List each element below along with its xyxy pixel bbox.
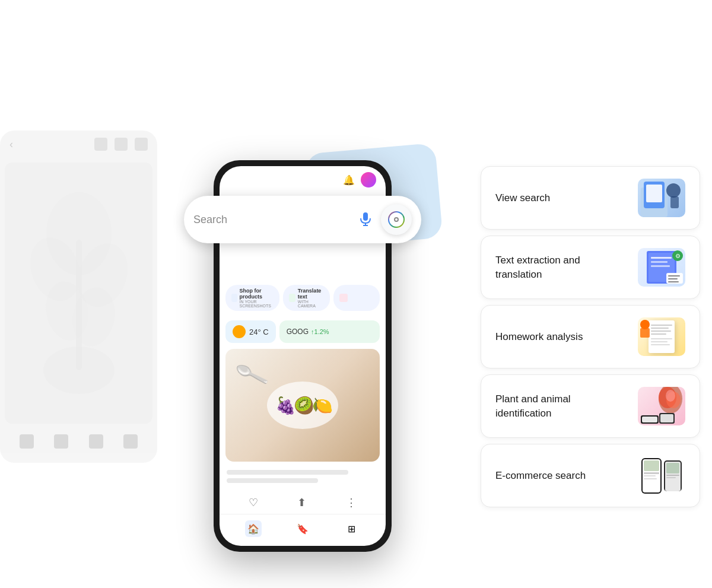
svg-rect-43 xyxy=(644,472,659,474)
svg-rect-47 xyxy=(666,475,679,476)
home-nav-icon[interactable]: 🏠 xyxy=(245,520,262,537)
text-extraction-label: Text extraction and translation xyxy=(495,253,614,282)
text-extraction-illustration: ⚙ xyxy=(638,248,685,287)
svg-rect-30 xyxy=(651,341,668,342)
svg-point-36 xyxy=(666,390,675,402)
phone-food-image: 🥄 🍇🥝🍋 xyxy=(225,349,380,462)
delete-icon xyxy=(123,434,138,449)
shop-chip-label: Shop for products xyxy=(240,288,274,300)
translate-chip[interactable]: Translate text WITH CAMERA xyxy=(283,285,329,311)
right-panel: View search Text extraction and translat… xyxy=(481,166,700,507)
phone-info-row: 24° C GOOG ↑1.2% xyxy=(220,318,386,345)
search-bar: Search xyxy=(184,196,421,243)
ecommerce-phone-1 xyxy=(641,458,662,494)
spoon-decor: 🥄 xyxy=(233,357,271,393)
svg-rect-17 xyxy=(651,257,672,259)
ecommerce-phone-2-svg xyxy=(665,462,681,489)
filter-icon xyxy=(54,434,68,449)
user-avatar xyxy=(361,172,376,187)
bookmark-nav-icon[interactable]: 🔖 xyxy=(294,520,311,537)
svg-rect-46 xyxy=(666,463,679,473)
text-extraction-card[interactable]: Text extraction and translation ⚙ xyxy=(481,236,700,299)
content-line-1 xyxy=(227,470,348,475)
svg-rect-7 xyxy=(363,212,368,221)
food-bowl: 🍇🥝🍋 xyxy=(267,382,338,429)
phone-bottom-nav: 🏠 🔖 ⊞ xyxy=(220,514,386,543)
svg-rect-44 xyxy=(644,475,656,476)
content-line-2 xyxy=(227,478,318,483)
stock-card: GOOG ↑1.2% xyxy=(279,320,380,343)
svg-rect-18 xyxy=(651,261,668,263)
left-phone-panel: ‹ xyxy=(0,131,157,463)
mic-icon[interactable] xyxy=(356,210,375,229)
left-panel-bottom xyxy=(0,428,157,454)
ecommerce-phone-1-screen xyxy=(643,459,660,492)
grid-nav-icon[interactable]: ⊞ xyxy=(344,520,360,537)
svg-rect-42 xyxy=(644,460,659,471)
svg-rect-29 xyxy=(651,338,672,339)
phone-bottom-actions: ♡ ⬆ ⋮ xyxy=(220,491,386,514)
svg-rect-45 xyxy=(644,478,657,479)
food-items-emoji: 🍇🥝🍋 xyxy=(275,396,330,415)
shop-chip[interactable]: Shop for products IN YOUR SCREENSHOTS xyxy=(225,285,279,311)
svg-rect-14 xyxy=(670,196,679,208)
back-icon: ‹ xyxy=(9,138,13,151)
share-icon xyxy=(20,434,34,449)
svg-rect-40 xyxy=(660,414,673,422)
view-search-svg xyxy=(638,179,685,217)
view-search-illustration xyxy=(638,179,685,217)
crop-icon xyxy=(89,434,103,449)
plant-animal-label: Plant and animal identification xyxy=(495,392,614,421)
view-search-image xyxy=(638,179,685,217)
plant-animal-image xyxy=(638,387,685,425)
more-chip[interactable] xyxy=(333,285,380,311)
weather-card: 24° C xyxy=(225,320,276,343)
svg-rect-32 xyxy=(640,328,650,338)
shop-chip-sublabel: IN YOUR SCREENSHOTS xyxy=(240,300,274,308)
ecommerce-image xyxy=(638,456,685,495)
search-placeholder[interactable]: Search xyxy=(193,214,350,226)
homework-image xyxy=(638,317,685,356)
text-extraction-image: ⚙ xyxy=(638,248,685,287)
svg-rect-19 xyxy=(651,265,670,267)
share-icon[interactable]: ⬆ xyxy=(297,496,306,509)
left-panel-content xyxy=(5,163,152,424)
google-lens-button[interactable] xyxy=(381,204,412,235)
view-search-label: View search xyxy=(495,191,550,205)
svg-rect-27 xyxy=(651,330,671,332)
svg-rect-38 xyxy=(642,417,657,422)
left-panel-top-bar: ‹ xyxy=(0,131,157,158)
phone-content-lines xyxy=(220,465,386,491)
svg-rect-22 xyxy=(668,278,678,279)
svg-point-13 xyxy=(666,183,681,198)
plant-silhouette-image xyxy=(26,180,132,406)
svg-rect-28 xyxy=(651,333,666,335)
plant-illustration xyxy=(638,387,685,425)
svg-rect-25 xyxy=(651,325,672,326)
plant-svg xyxy=(638,387,685,425)
homework-label: Homework analysis xyxy=(495,330,583,344)
ecommerce-phone-1-svg xyxy=(643,459,660,489)
notification-bell-icon: 🔔 xyxy=(343,174,355,186)
star-icon xyxy=(115,138,128,151)
more-icon xyxy=(135,138,148,151)
ecommerce-card[interactable]: E-commerce search xyxy=(481,444,700,507)
translate-chip-sublabel: WITH CAMERA xyxy=(298,300,324,308)
view-search-card[interactable]: View search xyxy=(481,166,700,230)
sun-icon xyxy=(233,325,246,338)
lens-outer-ring xyxy=(388,211,405,228)
homework-illustration xyxy=(638,317,685,356)
shop-chip-icon xyxy=(231,294,237,302)
homework-badge xyxy=(640,320,650,329)
more-options-icon[interactable]: ⋮ xyxy=(346,496,357,509)
ecommerce-phone-2 xyxy=(664,460,682,491)
plant-animal-card[interactable]: Plant and animal identification xyxy=(481,374,700,438)
ecommerce-label: E-commerce search xyxy=(495,469,586,483)
lens-inner-dot xyxy=(394,217,399,222)
translate-chip-icon xyxy=(289,294,295,302)
homework-card[interactable]: Homework analysis xyxy=(481,305,700,368)
svg-rect-21 xyxy=(668,275,680,276)
phone-status-bar: 🔔 xyxy=(220,166,386,190)
heart-icon[interactable]: ♡ xyxy=(249,496,258,509)
cast-icon xyxy=(94,138,107,151)
